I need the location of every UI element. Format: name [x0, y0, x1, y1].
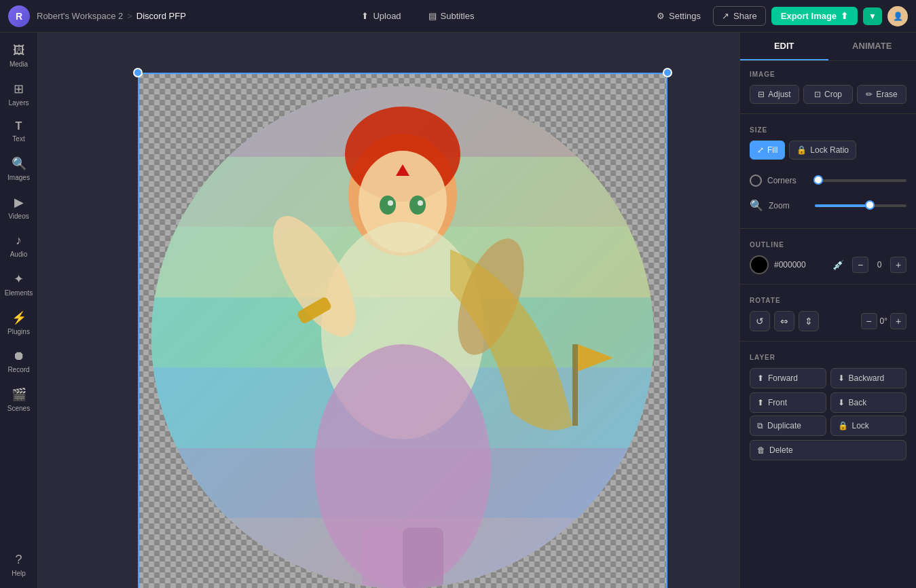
zoom-icon: 🔍	[750, 199, 763, 212]
sidebar-item-help[interactable]: ? Help	[3, 547, 35, 583]
corners-label: Corners	[767, 176, 808, 185]
back-button[interactable]: ⬇ Back	[830, 392, 907, 413]
backward-icon: ⬇	[838, 373, 845, 383]
handle-top-right[interactable]	[663, 68, 672, 77]
record-icon: ⏺	[13, 349, 25, 363]
zoom-slider-thumb[interactable]	[865, 200, 875, 210]
plugins-icon: ⚡	[12, 310, 26, 325]
duplicate-button[interactable]: ⧉ Duplicate	[750, 416, 826, 436]
size-section: SIZE ⤢ Fill 🔒 Lock Ratio	[740, 117, 916, 166]
handle-top-left[interactable]	[133, 68, 143, 77]
export-button[interactable]: Export Image ⬆	[771, 7, 858, 25]
lock-layer-icon: 🔒	[838, 421, 848, 430]
zoom-label: Zoom	[769, 201, 809, 210]
size-buttons: ⤢ Fill 🔒 Lock Ratio	[750, 141, 906, 160]
front-button[interactable]: ⬆ Front	[750, 392, 826, 413]
zoom-slider-row: 🔍 Zoom	[750, 196, 906, 215]
subtitles-button[interactable]: ▤ Subtitles	[422, 7, 481, 25]
lock-icon: 🔒	[796, 145, 807, 155]
rotate-value: 0°	[880, 316, 887, 326]
project-name[interactable]: Discord PFP	[136, 11, 186, 21]
svg-rect-10	[403, 528, 443, 588]
sidebar-item-audio[interactable]: ♪ Audio	[3, 228, 35, 263]
flip-v-button[interactable]: ⇕	[799, 311, 819, 331]
divider-1	[740, 113, 916, 114]
delete-icon: 🗑	[757, 445, 765, 455]
canvas-wrapper	[124, 45, 654, 575]
svg-point-11	[380, 196, 396, 215]
left-sidebar: 🖼 Media ⊞ Layers T Text 🔍 Images ▶ Video…	[0, 33, 38, 588]
outline-section-label: OUTLINE	[750, 241, 906, 249]
lock-button[interactable]: 🔒 Lock	[830, 416, 907, 436]
canvas-container	[138, 73, 667, 588]
svg-rect-9	[362, 528, 403, 588]
rotate-row: ↺ ⇔ ⇕ − 0° +	[750, 311, 906, 331]
eyedropper-button[interactable]: 💉	[830, 257, 847, 273]
rotate-section-label: ROTATE	[750, 297, 906, 304]
corners-slider[interactable]	[813, 179, 906, 182]
fill-icon: ⤢	[757, 145, 764, 155]
lock-ratio-button[interactable]: 🔒 Lock Ratio	[789, 141, 856, 160]
layer-order-grid: ⬆ Forward ⬇ Backward ⬆ Front ⬇ Back	[750, 368, 906, 413]
sidebar-item-record[interactable]: ⏺ Record	[3, 344, 35, 379]
topbar: R Robert's Workspace 2 > Discord PFP ⬆ U…	[0, 0, 916, 33]
flip-h-button[interactable]: ⇔	[774, 311, 794, 331]
rotate-increase-button[interactable]: +	[890, 313, 906, 329]
adjust-button[interactable]: ⊟ Adjust	[750, 85, 799, 104]
tab-edit[interactable]: EDIT	[740, 33, 828, 60]
panel-tabs: EDIT ANIMATE	[740, 33, 916, 61]
share-button[interactable]: ↗ Share	[713, 6, 766, 26]
workspace-name[interactable]: Robert's Workspace 2	[37, 11, 123, 21]
audio-icon: ♪	[16, 234, 22, 248]
sidebar-item-text[interactable]: T Text	[3, 115, 35, 148]
workspace-breadcrumb: Robert's Workspace 2 > Discord PFP	[37, 11, 186, 21]
app-logo: R	[8, 5, 30, 27]
svg-point-13	[388, 200, 393, 206]
rotate-section: ROTATE ↺ ⇔ ⇕ − 0° +	[740, 287, 916, 338]
crop-button[interactable]: ⊡ Crop	[803, 85, 853, 104]
layer-section: LAYER ⬆ Forward ⬇ Backward ⬆ Front ⬇ Bac…	[740, 344, 916, 468]
images-icon: 🔍	[12, 156, 26, 171]
outline-decrease-button[interactable]: −	[852, 257, 868, 273]
topbar-right: ⚙ Settings ↗ Share Export Image ⬆ ▼ 👤	[650, 6, 908, 26]
canvas-image-element[interactable]	[138, 73, 667, 588]
image-section: IMAGE ⊟ Adjust ⊡ Crop ✏ Erase	[740, 61, 916, 111]
adjust-icon: ⊟	[758, 90, 765, 99]
sidebar-item-layers[interactable]: ⊞ Layers	[3, 76, 35, 112]
sidebar-item-videos[interactable]: ▶ Videos	[3, 189, 35, 225]
front-icon: ⬆	[757, 398, 764, 407]
canvas-area[interactable]	[38, 33, 739, 588]
image-buttons: ⊟ Adjust ⊡ Crop ✏ Erase	[750, 85, 906, 104]
outline-increase-button[interactable]: +	[890, 257, 906, 273]
sidebar-item-media[interactable]: 🖼 Media	[3, 38, 35, 73]
breadcrumb-sep: >	[127, 11, 132, 21]
elements-icon: ✦	[14, 272, 24, 287]
rotate-decrease-button[interactable]: −	[861, 313, 877, 329]
backward-button[interactable]: ⬇ Backward	[830, 368, 907, 388]
corners-section: Corners 🔍 Zoom	[740, 166, 916, 225]
export-dropdown-button[interactable]: ▼	[863, 7, 882, 25]
delete-row: 🗑 Delete	[750, 440, 906, 460]
sidebar-item-images[interactable]: 🔍 Images	[3, 151, 35, 187]
fill-button[interactable]: ⤢ Fill	[750, 141, 785, 160]
delete-button[interactable]: 🗑 Delete	[750, 440, 906, 460]
divider-3	[740, 284, 916, 284]
forward-button[interactable]: ⬆ Forward	[750, 368, 826, 388]
outline-color-swatch[interactable]	[750, 255, 769, 274]
tab-animate[interactable]: ANIMATE	[828, 33, 917, 60]
sidebar-item-elements[interactable]: ✦ Elements	[3, 266, 35, 302]
settings-button[interactable]: ⚙ Settings	[650, 7, 708, 25]
outline-num-control: − 0 +	[852, 257, 906, 273]
svg-rect-16	[572, 344, 578, 426]
sidebar-item-plugins[interactable]: ⚡ Plugins	[3, 305, 35, 341]
rotate-ccw-button[interactable]: ↺	[750, 311, 770, 331]
erase-button[interactable]: ✏ Erase	[857, 85, 906, 104]
corners-slider-thumb[interactable]	[813, 175, 823, 185]
upload-button[interactable]: ⬆ Upload	[354, 7, 407, 25]
topbar-center: ⬆ Upload ▤ Subtitles	[186, 7, 650, 25]
sidebar-item-scenes[interactable]: 🎬 Scenes	[3, 382, 35, 418]
zoom-slider[interactable]	[815, 204, 906, 207]
divider-4	[740, 341, 916, 342]
outline-value: 0	[871, 260, 887, 270]
user-avatar[interactable]: 👤	[887, 6, 908, 26]
